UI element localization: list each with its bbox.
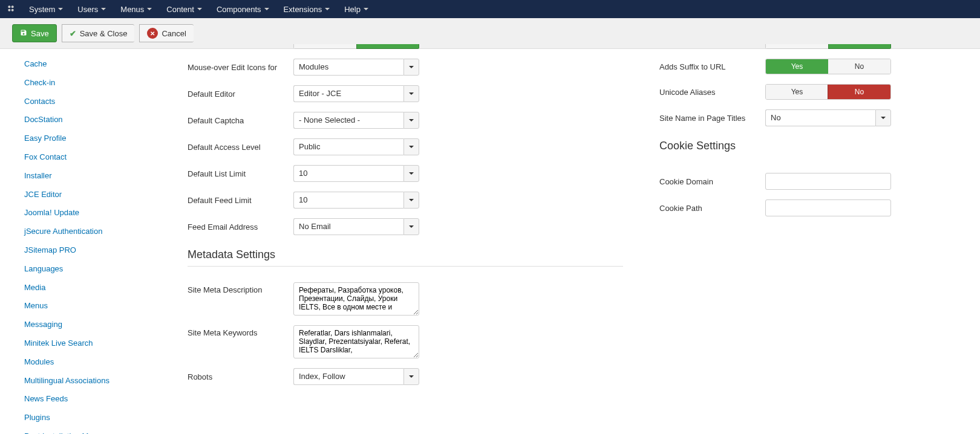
default-captcha-select[interactable]: - None Selected - xyxy=(293,112,419,129)
sidebar-item-joomlaupdate[interactable]: Joomla! Update xyxy=(12,204,181,222)
nav-components[interactable]: Components xyxy=(209,0,276,18)
sidebar-item-contacts[interactable]: Contacts xyxy=(12,92,181,111)
sidebar-item-easyprofile[interactable]: Easy Profile xyxy=(12,129,181,148)
toggle-no[interactable]: No xyxy=(828,59,890,74)
cookie-path-label: Cookie Path xyxy=(659,204,765,213)
sidebar-item-media[interactable]: Media xyxy=(12,279,181,297)
chevron-down-icon[interactable] xyxy=(403,138,419,155)
sidebar-item-minitek[interactable]: Minitek Live Search xyxy=(12,334,181,353)
site-settings-column: Mouse-over Edit Icons for Modules Defaul… xyxy=(188,49,623,434)
feed-email-label: Feed Email Address xyxy=(188,222,293,232)
cookie-heading: Cookie Settings xyxy=(659,140,962,157)
top-navigation: System Users Menus Content Components Ex… xyxy=(0,0,980,18)
robots-select[interactable]: Index, Follow xyxy=(293,368,419,385)
joomla-logo-icon[interactable] xyxy=(6,4,16,15)
meta-description-label: Site Meta Description xyxy=(188,282,293,294)
save-icon xyxy=(20,29,27,38)
nav-menus[interactable]: Menus xyxy=(113,0,159,18)
cancel-icon: ✕ xyxy=(147,28,158,39)
toggle-yes[interactable]: Yes xyxy=(766,85,828,99)
default-access-select[interactable]: Public xyxy=(293,138,419,155)
sidebar-item-modules[interactable]: Modules xyxy=(12,353,181,372)
caret-down-icon xyxy=(58,8,63,10)
save-close-label: Save & Close xyxy=(80,29,128,38)
caret-down-icon xyxy=(197,8,202,10)
sidebar-item-checkin[interactable]: Check-in xyxy=(12,74,181,92)
nav-extensions[interactable]: Extensions xyxy=(276,0,338,18)
sidebar-item-jceeditor[interactable]: JCE Editor xyxy=(12,186,181,204)
default-editor-label: Default Editor xyxy=(188,89,293,99)
chevron-down-icon[interactable] xyxy=(875,109,891,126)
chevron-down-icon[interactable] xyxy=(403,368,419,385)
sitename-label: Site Name in Page Titles xyxy=(659,114,765,123)
default-captcha-label: Default Captcha xyxy=(188,116,293,125)
metadata-heading: Metadata Settings xyxy=(188,248,623,267)
svg-point-3 xyxy=(11,8,14,11)
caret-down-icon xyxy=(264,8,269,10)
sidebar-item-languages[interactable]: Languages xyxy=(12,260,181,279)
sidebar-item-jsitemap[interactable]: JSitemap PRO xyxy=(12,241,181,260)
cookie-path-input[interactable] xyxy=(765,199,891,216)
component-sidebar: Cache Check-in Contacts DocStation Easy … xyxy=(12,49,181,434)
caret-down-icon xyxy=(364,8,368,10)
sidebar-item-docstation[interactable]: DocStation xyxy=(12,111,181,129)
nav-users[interactable]: Users xyxy=(70,0,113,18)
unicode-toggle[interactable]: Yes No xyxy=(765,84,891,100)
chevron-down-icon[interactable] xyxy=(403,85,419,102)
default-feed-limit-select[interactable]: 10 xyxy=(293,192,419,209)
sidebar-item-multilingual[interactable]: Multilingual Associations xyxy=(12,372,181,390)
sitename-select[interactable]: No xyxy=(765,109,891,126)
default-list-limit-select[interactable]: 10 xyxy=(293,165,419,182)
meta-keywords-label: Site Meta Keywords xyxy=(188,325,293,337)
sidebar-item-postinstall[interactable]: Post-installation Messages xyxy=(12,427,181,434)
feed-email-select[interactable]: No Email xyxy=(293,218,419,235)
sidebar-item-installer[interactable]: Installer xyxy=(12,167,181,186)
toggle-yes[interactable]: Yes xyxy=(765,59,829,74)
chevron-down-icon[interactable] xyxy=(403,192,419,209)
suffix-label: Adds Suffix to URL xyxy=(659,62,765,71)
mouseover-select[interactable]: Modules xyxy=(293,59,419,76)
sidebar-item-messaging[interactable]: Messaging xyxy=(12,316,181,334)
toggle-no[interactable]: No xyxy=(828,84,891,100)
default-feed-limit-label: Default Feed Limit xyxy=(188,196,293,205)
nav-help[interactable]: Help xyxy=(337,0,376,18)
cookie-domain-label: Cookie Domain xyxy=(659,177,765,186)
sidebar-item-menus[interactable]: Menus xyxy=(12,297,181,316)
suffix-toggle[interactable]: Yes No xyxy=(765,59,891,74)
default-list-limit-label: Default List Limit xyxy=(188,169,293,178)
svg-point-1 xyxy=(11,5,14,8)
default-editor-select[interactable]: Editor - JCE xyxy=(293,85,419,102)
caret-down-icon xyxy=(325,8,330,10)
check-icon: ✔ xyxy=(70,29,76,38)
partial-toggle[interactable] xyxy=(293,44,419,49)
seo-settings-column: Adds Suffix to URL Yes No Unicode Aliase… xyxy=(659,49,962,434)
chevron-down-icon[interactable] xyxy=(403,165,419,182)
caret-down-icon xyxy=(147,8,152,10)
sidebar-item-cache[interactable]: Cache xyxy=(12,55,181,74)
sidebar-item-plugins[interactable]: Plugins xyxy=(12,409,181,427)
save-close-button[interactable]: ✔ Save & Close xyxy=(62,24,135,42)
cancel-label: Cancel xyxy=(162,29,186,38)
nav-system[interactable]: System xyxy=(22,0,70,18)
chevron-down-icon[interactable] xyxy=(403,218,419,235)
caret-down-icon xyxy=(101,8,106,10)
sidebar-item-foxcontact[interactable]: Fox Contact xyxy=(12,148,181,167)
meta-description-textarea[interactable] xyxy=(293,282,419,316)
chevron-down-icon[interactable] xyxy=(403,59,419,76)
nav-content[interactable]: Content xyxy=(159,0,209,18)
mouseover-label: Mouse-over Edit Icons for xyxy=(188,63,293,72)
save-button[interactable]: Save xyxy=(12,24,57,42)
chevron-down-icon[interactable] xyxy=(403,112,419,129)
cancel-button[interactable]: ✕ Cancel xyxy=(139,24,193,42)
sidebar-item-jsecure[interactable]: jSecure Authentication xyxy=(12,222,181,241)
cookie-domain-input[interactable] xyxy=(765,173,891,190)
partial-toggle[interactable] xyxy=(765,44,891,49)
svg-point-0 xyxy=(8,5,10,8)
sidebar-item-newsfeeds[interactable]: News Feeds xyxy=(12,390,181,409)
unicode-label: Unicode Aliases xyxy=(659,88,765,97)
save-label: Save xyxy=(31,29,49,38)
meta-keywords-textarea[interactable] xyxy=(293,325,419,358)
robots-label: Robots xyxy=(188,372,293,381)
svg-point-2 xyxy=(8,8,10,11)
default-access-label: Default Access Level xyxy=(188,143,293,152)
